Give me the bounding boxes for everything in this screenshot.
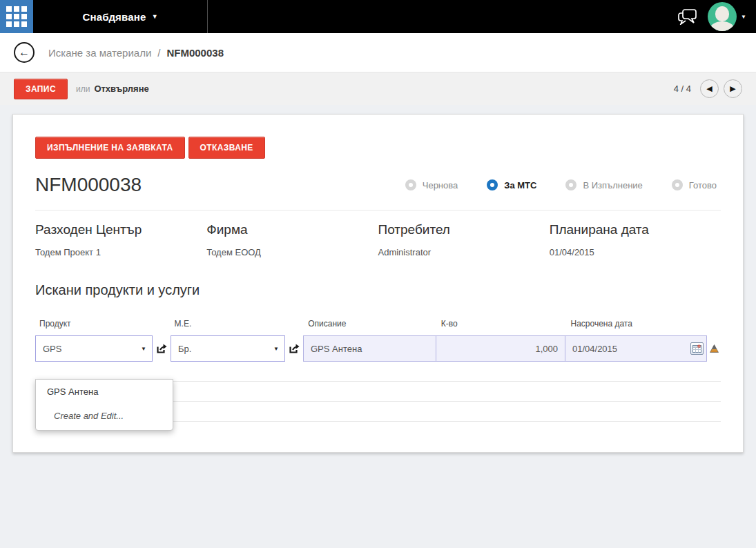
- field-label: Разходен Център: [35, 222, 206, 237]
- field-planned-date: Планирана дата 01/04/2015: [550, 222, 721, 257]
- dropdown-option[interactable]: GPS Антена: [36, 380, 173, 404]
- warning-triangle-icon: [710, 344, 719, 353]
- chat-bubbles-icon: [677, 8, 698, 25]
- breadcrumb-parent[interactable]: Искане за материали: [48, 47, 151, 59]
- status-in-progress[interactable]: В Изпълнение: [565, 179, 642, 190]
- topbar-divider: [207, 0, 208, 33]
- status-done[interactable]: Готово: [672, 179, 717, 190]
- top-bar: Снабдяване ▼ ▼: [0, 0, 756, 33]
- breadcrumb-current: NFM000038: [166, 47, 224, 59]
- column-product[interactable]: Продукт: [35, 319, 153, 329]
- record-title: NFM000038: [35, 174, 142, 196]
- open-record-icon: [156, 343, 168, 354]
- section-divider: [35, 210, 721, 211]
- column-uom[interactable]: М.Е.: [171, 319, 285, 329]
- arrow-right-icon: ▶: [730, 85, 735, 92]
- open-record-icon: [289, 343, 300, 354]
- execute-request-button[interactable]: ИЗПЪЛНЕНИЕ НА ЗАЯВКАТА: [35, 137, 185, 159]
- pager-next-button[interactable]: ▶: [724, 79, 742, 98]
- line-handle-cell[interactable]: [707, 335, 721, 362]
- line-edit-row: GPS ▼ Бр. ▼: [35, 335, 721, 362]
- lines-table: Продукт М.Е. Описание К-во Насрочена дат…: [35, 319, 721, 422]
- save-button[interactable]: ЗАПИС: [14, 79, 68, 99]
- column-scheduled-date[interactable]: Насрочена дата: [565, 319, 707, 329]
- radio-selected-icon: [487, 179, 498, 190]
- apps-menu-button[interactable]: [0, 0, 33, 33]
- pager-previous-button[interactable]: ◀: [700, 79, 719, 98]
- qty-input[interactable]: [436, 335, 565, 362]
- chevron-down-icon: ▼: [141, 346, 146, 352]
- breadcrumb-separator: /: [157, 47, 160, 59]
- statusbar-buttons: ИЗПЪЛНЕНИЕ НА ЗАЯВКАТА ОТКАЗВАНЕ: [35, 137, 721, 159]
- chevron-down-icon: ▼: [273, 346, 279, 352]
- breadcrumb: Искане за материали / NFM000038: [48, 47, 224, 59]
- field-value[interactable]: Тодем Проект 1: [35, 247, 206, 257]
- cancel-request-button[interactable]: ОТКАЗВАНЕ: [188, 137, 265, 159]
- field-label: Потребител: [378, 222, 550, 237]
- back-arrow-icon: ←: [19, 47, 30, 58]
- scheduled-date-cell: [565, 335, 707, 362]
- breadcrumb-bar: ← Искане за материали / NFM000038: [0, 33, 756, 72]
- status-radio-group: Чернова За МТС В Изпълнение Готово: [405, 179, 721, 190]
- uom-select-value: Бр.: [178, 344, 191, 354]
- avatar: [708, 2, 737, 31]
- pager-count: 4 / 4: [674, 84, 691, 94]
- messages-button[interactable]: [677, 8, 698, 25]
- field-value[interactable]: 01/04/2015: [550, 247, 721, 257]
- scheduled-date-input[interactable]: [565, 335, 707, 362]
- datepicker-button[interactable]: [690, 342, 704, 355]
- product-autocomplete-dropdown: GPS Антена Create and Edit...: [35, 379, 173, 431]
- discard-button[interactable]: Отхвърляне: [94, 84, 148, 94]
- lines-section-title: Искани продукти и услуги: [35, 282, 721, 298]
- column-description[interactable]: Описание: [302, 319, 436, 329]
- field-value[interactable]: Administrator: [378, 247, 550, 257]
- calendar-icon: [692, 344, 701, 353]
- field-label: Планирана дата: [550, 222, 721, 237]
- field-value[interactable]: Тодем ЕООД: [206, 247, 378, 257]
- user-menu[interactable]: ▼: [708, 2, 746, 31]
- radio-icon: [672, 179, 683, 190]
- dropdown-create-and-edit[interactable]: Create and Edit...: [36, 404, 173, 430]
- or-label: или: [76, 84, 90, 94]
- arrow-left-icon: ◀: [706, 85, 712, 92]
- field-cost-center: Разходен Център Тодем Проект 1: [35, 222, 206, 257]
- field-label: Фирма: [206, 222, 378, 237]
- status-draft[interactable]: Чернова: [405, 179, 458, 190]
- product-select[interactable]: GPS ▼: [35, 335, 153, 362]
- main-menu-procurement[interactable]: Снабдяване ▼: [33, 0, 207, 33]
- main-menu-label: Снабдяване: [82, 11, 146, 23]
- header-fields: Разходен Център Тодем Проект 1 Фирма Тод…: [35, 222, 721, 257]
- form-sheet: ИЗПЪЛНЕНИЕ НА ЗАЯВКАТА ОТКАЗВАНЕ NFM0000…: [12, 114, 744, 453]
- open-uom-button[interactable]: [285, 335, 303, 362]
- apps-grid-icon: [6, 6, 27, 27]
- back-button[interactable]: ←: [14, 42, 35, 63]
- uom-select[interactable]: Бр. ▼: [171, 335, 285, 362]
- chevron-down-icon: ▼: [152, 13, 158, 20]
- open-product-button[interactable]: [153, 335, 171, 362]
- status-za-mts[interactable]: За МТС: [487, 179, 536, 190]
- description-input[interactable]: [303, 335, 436, 362]
- field-company: Фирма Тодем ЕООД: [206, 222, 378, 257]
- field-user: Потребител Administrator: [378, 222, 550, 257]
- radio-icon: [565, 179, 576, 190]
- chevron-down-icon: ▼: [741, 14, 746, 20]
- radio-icon: [405, 179, 416, 190]
- record-pager: 4 / 4 ◀ ▶: [674, 79, 742, 98]
- form-toolbar: ЗАПИС или Отхвърляне 4 / 4 ◀ ▶: [0, 72, 756, 105]
- product-select-value: GPS: [43, 344, 61, 354]
- lines-table-header: Продукт М.Е. Описание К-во Насрочена дат…: [35, 319, 721, 335]
- column-qty[interactable]: К-во: [436, 319, 565, 329]
